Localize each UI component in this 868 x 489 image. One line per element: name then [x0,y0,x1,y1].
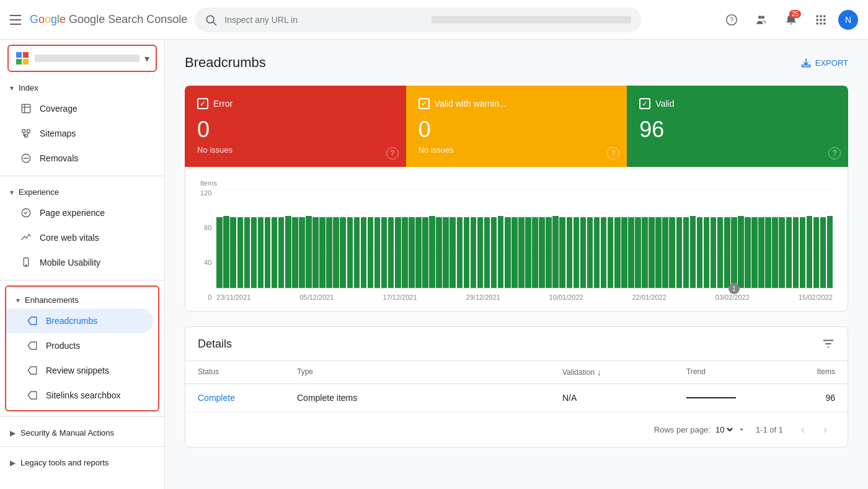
sidebar-item-products[interactable]: Products [6,333,153,358]
chart-bar[interactable] [237,217,244,288]
chart-bar[interactable] [450,217,456,288]
filter-icon[interactable] [822,337,835,351]
chart-bar[interactable] [265,217,271,288]
sidebar-item-page-experience[interactable]: Page experience [0,200,159,225]
chart-bar[interactable] [471,217,477,288]
chart-bar[interactable] [800,217,806,288]
chart-bar[interactable] [546,217,552,288]
sidebar-item-sitelinks-searchbox[interactable]: Sitelinks searchbox [6,383,153,408]
chart-bar[interactable] [779,217,785,288]
chart-bar[interactable] [285,216,291,288]
chart-bar[interactable] [422,217,428,288]
chart-bar[interactable] [223,216,229,288]
chart-bar[interactable] [388,217,394,288]
property-selector[interactable]: ▾ [7,45,157,72]
chart-bar[interactable] [567,217,573,288]
chart-bar[interactable] [429,216,435,288]
chart-bar[interactable] [580,217,587,288]
chart-bar[interactable] [525,217,531,288]
chart-bar[interactable] [676,217,683,288]
nav-section-index-header[interactable]: ▾ Index [0,77,164,96]
chart-bar[interactable] [628,217,634,288]
chart-bar[interactable] [827,216,833,288]
chart-bar[interactable] [312,217,319,288]
chart-bar[interactable] [587,217,593,288]
chart-bar[interactable] [655,217,662,288]
chart-bar[interactable] [326,217,332,288]
sort-icon[interactable]: ↓ [597,367,601,377]
chart-bar[interactable] [333,217,339,288]
chart-bar[interactable] [272,217,278,288]
sidebar-item-mobile-usability[interactable]: Mobile Usability [0,250,159,275]
chart-bar[interactable] [601,217,607,288]
chart-bar[interactable] [306,216,312,288]
nav-section-legacy-header[interactable]: ▶ Legacy tools and reports [0,452,164,471]
chart-bar[interactable] [512,217,518,288]
apps-button[interactable] [808,7,833,32]
chart-bar[interactable] [614,217,621,288]
chart-bar[interactable] [594,217,600,288]
chart-bar[interactable] [820,217,826,288]
export-button[interactable]: EXPORT [800,57,848,68]
chart-bar[interactable] [669,217,675,288]
chart-bar[interactable] [368,217,374,288]
chart-bar[interactable] [415,217,422,288]
sidebar-item-core-web-vitals[interactable]: Core web vitals [0,225,159,250]
chart-bar[interactable] [717,217,724,288]
chart-bar[interactable] [484,217,490,288]
chart-bar[interactable] [751,217,758,288]
chart-bar[interactable] [738,216,744,288]
chart-bar[interactable] [745,217,751,288]
chart-bar[interactable] [409,217,415,288]
chart-bar[interactable] [361,217,367,288]
error-help-icon[interactable]: ? [386,147,399,159]
chart-bar[interactable] [374,217,381,288]
chart-bar[interactable] [347,217,353,288]
chart-bar[interactable] [532,217,538,288]
chart-bar[interactable] [539,217,545,288]
chart-bar[interactable] [552,216,559,288]
chart-bar[interactable] [786,217,792,288]
chart-bar[interactable] [621,217,627,288]
chart-bar[interactable] [278,217,285,288]
chart-bar[interactable]: 1 [731,217,737,288]
sidebar-item-removals[interactable]: Removals [0,146,159,171]
avatar[interactable]: N [838,10,858,30]
chart-bar[interactable] [299,217,305,288]
sidebar-item-breadcrumbs[interactable]: Breadcrumbs [6,308,153,333]
prev-page-button[interactable]: ‹ [793,419,813,439]
sidebar-item-coverage[interactable]: Coverage [0,96,159,121]
valid-help-icon[interactable]: ? [828,147,841,159]
chart-bar[interactable] [498,216,504,288]
sidebar-item-sitemaps[interactable]: Sitemaps [0,121,159,146]
nav-section-enhancements-header[interactable]: ▾ Enhancements [6,289,158,308]
chart-bar[interactable] [244,217,250,288]
chart-bar[interactable] [319,217,326,288]
chart-bar[interactable] [464,217,470,288]
warning-help-icon[interactable]: ? [607,147,619,159]
chart-bar[interactable] [642,217,648,288]
chart-bar[interactable] [491,217,497,288]
chart-bar[interactable] [772,217,778,288]
chart-bar[interactable] [697,217,703,288]
col-header-validation[interactable]: Validation ↓ [562,367,686,377]
status-card-error[interactable]: ✓ Error 0 No issues ? [185,86,406,167]
chart-bar[interactable] [258,217,264,288]
chart-bar[interactable] [807,216,813,288]
nav-section-security-header[interactable]: ▶ Security & Manual Actions [0,422,164,441]
nav-section-experience-header[interactable]: ▾ Experience [0,181,164,200]
chart-bar[interactable] [662,217,668,288]
chart-bar[interactable] [340,217,346,288]
chart-bar[interactable] [711,217,717,288]
sidebar-item-review-snippets[interactable]: Review snippets [6,358,153,383]
search-bar[interactable] [195,7,641,32]
chart-bar[interactable] [765,217,771,288]
chart-bar[interactable] [683,217,689,288]
manage-property-button[interactable] [749,7,774,32]
status-complete-link[interactable]: Complete [198,393,235,403]
chart-bar[interactable] [518,217,525,288]
chart-bar[interactable] [574,217,580,288]
chart-bar[interactable] [402,217,408,288]
chart-bar[interactable] [704,217,710,288]
rows-per-page-select[interactable]: 10 25 50 [713,424,735,435]
